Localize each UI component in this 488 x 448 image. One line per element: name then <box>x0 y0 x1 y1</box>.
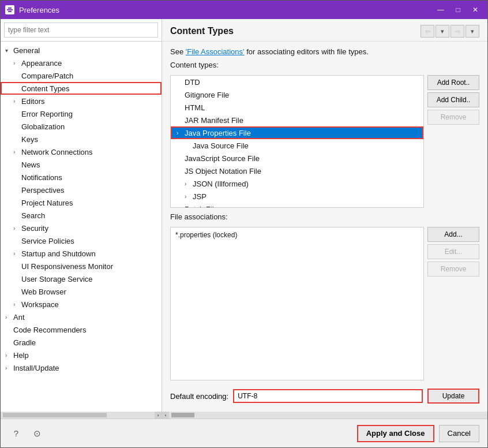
sidebar-item-news[interactable]: › News <box>1 158 162 171</box>
remove-bottom-button[interactable]: Remove <box>427 262 479 277</box>
content-hscrollbar[interactable]: ‹ <box>162 412 487 419</box>
file-associations-link[interactable]: 'File Associations' <box>186 47 245 56</box>
ct-item-jar-manifest[interactable]: › JAR Manifest File <box>171 114 423 126</box>
fa-item-properties-locked[interactable]: *.properties (locked) <box>173 229 421 241</box>
update-button[interactable]: Update <box>427 389 479 404</box>
window-title: Preferences <box>19 6 59 14</box>
sidebar-item-globalization[interactable]: › Globalization <box>1 120 162 133</box>
chevron-icon: › <box>13 301 21 308</box>
ct-item-java-source[interactable]: › Java Source File <box>171 139 423 152</box>
ct-item-js-object-notation[interactable]: › JS Object Notation File <box>171 165 423 177</box>
sidebar-item-label: Content Types <box>21 84 70 93</box>
ct-item-label: Patch File <box>185 205 218 208</box>
sidebar-item-label: Editors <box>21 97 44 106</box>
sidebar-item-search[interactable]: › Search <box>1 209 162 222</box>
add-button[interactable]: Add... <box>427 227 479 242</box>
remove-top-button[interactable]: Remove <box>427 110 479 125</box>
content-types-list[interactable]: › DTD › Gitignore File › HTML <box>170 75 424 208</box>
chevron-icon: › <box>13 225 21 232</box>
chevron-icon: › <box>177 130 185 136</box>
sidebar-item-label: UI Responsiveness Monitor <box>21 262 113 271</box>
ct-item-dtd[interactable]: › DTD <box>171 76 423 88</box>
sidebar-item-install-update[interactable]: › Install/Update <box>1 361 162 374</box>
apply-close-button[interactable]: Apply and Close <box>357 425 434 442</box>
sidebar-item-compare-patch[interactable]: › Compare/Patch <box>1 69 162 82</box>
scroll-right-btn[interactable]: › <box>155 412 162 419</box>
nav-dropdown-button[interactable]: ▾ <box>436 25 449 38</box>
sidebar-item-label: Service Policies <box>21 237 74 245</box>
cancel-button[interactable]: Cancel <box>439 425 479 442</box>
search-input[interactable] <box>4 23 158 38</box>
close-button[interactable]: ✕ <box>468 4 483 16</box>
sidebar-item-label: Ant <box>13 313 25 322</box>
ct-item-gitignore[interactable]: › Gitignore File <box>171 88 423 101</box>
encoding-input[interactable] <box>233 389 423 403</box>
sidebar-item-network-connections[interactable]: › Network Connections <box>1 145 162 158</box>
content-types-panel: › DTD › Gitignore File › HTML <box>170 75 479 208</box>
hscroll-thumb <box>171 413 194 417</box>
svg-rect-2 <box>8 11 12 12</box>
sidebar-item-ant[interactable]: › Ant <box>1 311 162 323</box>
sidebar-item-code-recommenders[interactable]: › Code Recommenders <box>1 323 162 336</box>
sidebar-item-editors[interactable]: › Editors <box>1 95 162 107</box>
svg-rect-1 <box>8 8 12 9</box>
sidebar-item-label: Help <box>13 351 29 360</box>
nav-back-button[interactable]: ⇦ <box>421 25 434 38</box>
ct-item-jsp[interactable]: › JSP <box>171 190 423 203</box>
chevron-icon: › <box>13 251 21 257</box>
sidebar-item-web-browser[interactable]: › Web Browser <box>1 285 162 298</box>
sidebar-item-workspace[interactable]: › Workspace <box>1 298 162 311</box>
sidebar-item-content-types[interactable]: › Content Types <box>1 82 162 95</box>
footer: ? ⊙ Apply and Close Cancel <box>1 419 487 447</box>
ct-item-javascript-source[interactable]: › JavaScript Source File <box>171 152 423 165</box>
ct-item-label: HTML <box>185 103 205 112</box>
sidebar-item-label: Keys <box>21 135 38 144</box>
content-types-label: Content types: <box>170 61 479 69</box>
sidebar-item-label: Compare/Patch <box>21 72 73 80</box>
sidebar-item-security[interactable]: › Security <box>1 222 162 234</box>
ct-item-label: JAR Manifest File <box>185 116 243 125</box>
sidebar-item-appearance[interactable]: › Appearance <box>1 57 162 69</box>
scroll-left-btn[interactable]: ‹ <box>162 412 169 419</box>
ct-item-patch-file[interactable]: › Patch File <box>171 203 423 208</box>
sidebar-item-label: News <box>21 160 40 169</box>
sidebar-item-service-policies[interactable]: › Service Policies <box>1 234 162 247</box>
minimize-button[interactable]: — <box>433 4 448 16</box>
add-root-button[interactable]: Add Root.. <box>427 75 479 90</box>
sidebar-item-perspectives[interactable]: › Perspectives <box>1 184 162 196</box>
sidebar-item-general[interactable]: ▾ General <box>1 44 162 57</box>
help-icon-button[interactable]: ? <box>9 426 24 441</box>
sidebar-hscrollbar[interactable]: › <box>1 412 162 419</box>
sidebar-item-notifications[interactable]: › Notifications <box>1 171 162 184</box>
info-icon-button[interactable]: ⊙ <box>29 426 44 441</box>
sidebar-item-ui-responsiveness[interactable]: › UI Responsiveness Monitor <box>1 260 162 272</box>
ct-item-label: Java Source File <box>193 141 249 150</box>
file-assoc-list[interactable]: *.properties (locked) <box>170 227 424 380</box>
edit-button[interactable]: Edit... <box>427 244 479 259</box>
sidebar-item-startup-shutdown[interactable]: › Startup and Shutdown <box>1 247 162 260</box>
sidebar-item-label: Security <box>21 224 48 233</box>
ct-item-json-illformed[interactable]: › JSON (Illformed) <box>171 177 423 190</box>
ct-item-html[interactable]: › HTML <box>171 101 423 114</box>
chevron-icon: ▾ <box>5 47 13 54</box>
titlebar: Preferences — □ ✕ <box>1 1 487 19</box>
sidebar-item-label: Project Natures <box>21 199 73 207</box>
add-child-button[interactable]: Add Child.. <box>427 92 479 107</box>
nav-forward-dropdown-button[interactable]: ▾ <box>466 25 479 38</box>
sidebar-item-label: Appearance <box>21 59 62 68</box>
encoding-row: Default encoding: Update <box>170 385 479 406</box>
sidebar-item-gradle[interactable]: › Gradle <box>1 336 162 349</box>
maximize-button[interactable]: □ <box>451 4 466 16</box>
sidebar-item-user-storage[interactable]: › User Storage Service <box>1 272 162 285</box>
sidebar-item-help[interactable]: › Help <box>1 349 162 361</box>
sidebar-item-label: Globalization <box>21 122 65 131</box>
nav-forward-button[interactable]: ⇨ <box>451 25 464 38</box>
ct-item-java-properties[interactable]: › Java Properties File <box>171 126 423 139</box>
sidebar-item-project-natures[interactable]: › Project Natures <box>1 196 162 209</box>
sidebar-item-label: Network Connections <box>21 148 93 156</box>
file-assoc-label: File associations: <box>170 212 479 221</box>
sidebar-item-error-reporting[interactable]: › Error Reporting <box>1 107 162 120</box>
footer-left: ? ⊙ <box>9 426 44 441</box>
footer-right: Apply and Close Cancel <box>357 425 479 442</box>
sidebar-item-keys[interactable]: › Keys <box>1 133 162 145</box>
